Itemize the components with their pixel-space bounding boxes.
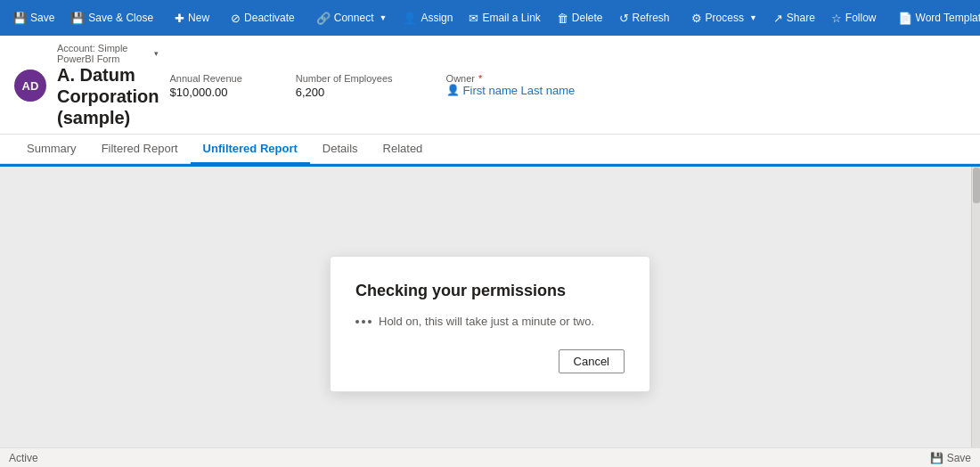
save-icon: 💾 bbox=[12, 12, 27, 25]
connect-icon: 🔗 bbox=[316, 12, 331, 25]
share-icon: ↗ bbox=[773, 12, 783, 25]
entity-form-label: Account: Simple PowerBI Form ▾ bbox=[57, 43, 159, 64]
process-icon: ⚙ bbox=[691, 12, 702, 25]
toolbar: 💾 Save 💾 Save & Close ✚ New ⊘ Deactivate… bbox=[0, 0, 980, 36]
status-save-label: Save bbox=[947, 452, 971, 464]
delete-icon: 🗑 bbox=[557, 12, 568, 25]
modal-body-text: Hold on, this will take just a minute or… bbox=[379, 315, 594, 328]
word-templates-icon: 📄 bbox=[898, 12, 912, 25]
owner-required-indicator: * bbox=[478, 73, 482, 84]
process-chevron: ▼ bbox=[749, 13, 757, 22]
owner-person-icon: 👤 bbox=[446, 84, 460, 96]
email-link-icon: ✉ bbox=[469, 12, 478, 25]
word-templates-button[interactable]: 📄 Word Templates ▼ bbox=[891, 4, 980, 32]
entity-info: Account: Simple PowerBI Form ▾ A. Datum … bbox=[57, 43, 159, 128]
save-close-icon: 💾 bbox=[70, 12, 85, 25]
tab-unfiltered-report[interactable]: Unfiltered Report bbox=[191, 135, 310, 164]
save-close-button[interactable]: 💾 Save & Close bbox=[63, 4, 160, 32]
entity-name: A. Datum Corporation (sample) bbox=[57, 64, 159, 128]
tab-filtered-report[interactable]: Filtered Report bbox=[89, 135, 191, 164]
save-button[interactable]: 💾 Save bbox=[5, 4, 61, 32]
avatar: AD bbox=[14, 70, 46, 102]
status-save-icon: 💾 bbox=[930, 452, 943, 464]
tab-related[interactable]: Related bbox=[371, 135, 436, 164]
tab-details[interactable]: Details bbox=[310, 135, 371, 164]
modal-footer: Cancel bbox=[355, 349, 625, 373]
annual-revenue-field: Annual Revenue $10,000.00 bbox=[169, 73, 241, 99]
spinner-dot-3 bbox=[368, 320, 372, 324]
deactivate-icon: ⊘ bbox=[231, 12, 241, 25]
deactivate-button[interactable]: ⊘ Deactivate bbox=[224, 4, 302, 32]
modal-cancel-button[interactable]: Cancel bbox=[559, 349, 625, 373]
share-button[interactable]: ↗ Share bbox=[766, 4, 822, 32]
owner-field: Owner * 👤 First name Last name bbox=[446, 73, 576, 97]
delete-button[interactable]: 🗑 Delete bbox=[550, 4, 610, 32]
main-content: Checking your permissions Hold on, this … bbox=[0, 167, 980, 467]
email-link-button[interactable]: ✉ Email a Link bbox=[461, 4, 547, 32]
status-label: Active bbox=[9, 452, 38, 464]
status-bar: Active 💾 Save bbox=[0, 447, 980, 467]
connect-chevron: ▼ bbox=[379, 13, 387, 22]
modal-title: Checking your permissions bbox=[355, 282, 625, 300]
owner-label: Owner * bbox=[446, 73, 576, 84]
refresh-icon: ↺ bbox=[619, 12, 629, 25]
process-button[interactable]: ⚙ Process ▼ bbox=[684, 4, 764, 32]
new-button[interactable]: ✚ New bbox=[167, 4, 216, 32]
refresh-button[interactable]: ↺ Refresh bbox=[612, 4, 677, 32]
annual-revenue-label: Annual Revenue bbox=[169, 73, 241, 84]
spinner bbox=[355, 320, 372, 324]
spinner-dot-1 bbox=[355, 320, 359, 324]
follow-icon: ☆ bbox=[831, 12, 842, 25]
modal-overlay: Checking your permissions Hold on, this … bbox=[0, 167, 980, 467]
owner-value[interactable]: 👤 First name Last name bbox=[446, 84, 576, 97]
follow-button[interactable]: ☆ Follow bbox=[824, 4, 884, 32]
fields-row: Annual Revenue $10,000.00 Number of Empl… bbox=[169, 73, 966, 99]
connect-button[interactable]: 🔗 Connect ▼ bbox=[309, 4, 395, 32]
annual-revenue-value: $10,000.00 bbox=[169, 86, 241, 99]
form-chevron-icon[interactable]: ▾ bbox=[154, 49, 159, 58]
assign-button[interactable]: 👤 Assign bbox=[396, 4, 460, 32]
new-icon: ✚ bbox=[175, 12, 184, 25]
status-save-button[interactable]: 💾 Save bbox=[930, 452, 971, 464]
modal-body: Hold on, this will take just a minute or… bbox=[355, 315, 625, 328]
modal-dialog: Checking your permissions Hold on, this … bbox=[330, 256, 650, 392]
num-employees-value: 6,200 bbox=[296, 86, 393, 99]
assign-icon: 👤 bbox=[403, 12, 417, 25]
num-employees-label: Number of Employees bbox=[296, 73, 393, 84]
spinner-dot-2 bbox=[362, 320, 365, 324]
tab-summary[interactable]: Summary bbox=[14, 135, 89, 164]
tabs-bar: Summary Filtered Report Unfiltered Repor… bbox=[0, 135, 980, 164]
entity-header: AD Account: Simple PowerBI Form ▾ A. Dat… bbox=[0, 36, 980, 135]
num-employees-field: Number of Employees 6,200 bbox=[296, 73, 393, 99]
